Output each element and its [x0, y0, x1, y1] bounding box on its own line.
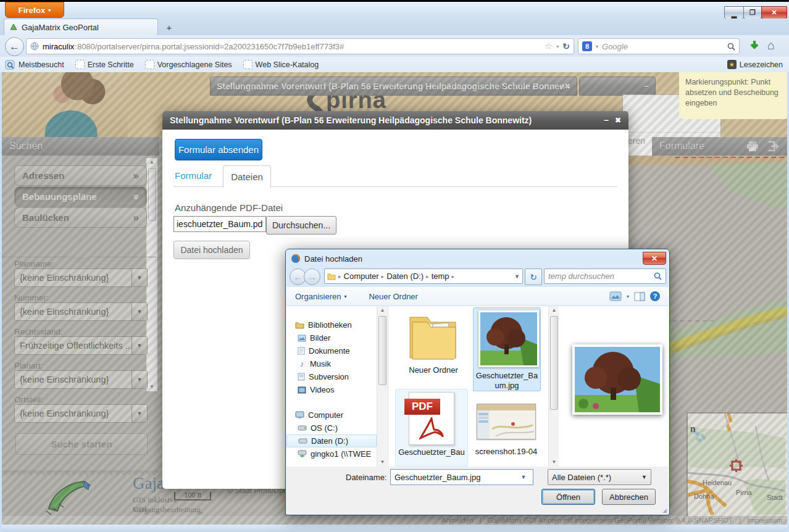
minimize-icon[interactable]: − — [643, 81, 649, 91]
url-bar[interactable]: miraculix:8080/portalserver/pirna.portal… — [26, 38, 574, 54]
tree-item-gingko1[interactable]: gingko1 (\\TWEE — [286, 447, 377, 460]
search-icon[interactable] — [727, 43, 735, 51]
scroll-down-icon[interactable]: ▼ — [147, 383, 157, 391]
dialog-search-box[interactable]: temp durchsuchen — [544, 268, 666, 284]
file-item-geschuetzter-baum-jpg[interactable]: Geschuetzter_Baum.jpg — [473, 307, 541, 391]
scrollbar-thumb[interactable] — [378, 316, 386, 385]
view-dropdown-icon[interactable]: ▾ — [627, 294, 629, 299]
tree-item-computer[interactable]: Computer — [286, 409, 377, 422]
close-icon[interactable]: ✖ — [564, 82, 570, 91]
url-dropdown-icon[interactable]: ▾ — [556, 44, 559, 49]
browser-tab-geoportal[interactable]: GajaMatrix GeoPortal — [4, 19, 158, 35]
dialog-titlebar[interactable]: Datei hochladen — [291, 252, 362, 265]
modal-titlebar[interactable]: Stellungnahme Vorentwurf (B-Plan 56 Erwe… — [162, 111, 628, 130]
bookmark-vorgeschlagene-sites[interactable]: Vorgeschlagene Sites — [145, 60, 232, 69]
downloads-icon[interactable] — [748, 39, 761, 52]
durchsuchen-button[interactable]: Durchsuchen... — [266, 216, 336, 235]
dateiname-combobox[interactable]: Geschuetzter_Baum.jpg ▼ — [390, 469, 533, 485]
abbrechen-button[interactable]: Abbrechen — [602, 489, 656, 505]
resize-grip-icon[interactable]: ◢ — [662, 507, 667, 513]
impressum-link[interactable]: Impressum — [747, 517, 782, 524]
neuer-ordner-button[interactable]: Neuer Ordner — [369, 292, 417, 301]
tree-item-subversion[interactable]: Subversion — [286, 370, 377, 383]
bookmark-meistbesucht[interactable]: Meistbesucht — [19, 60, 64, 69]
tree-item-videos[interactable]: Videos — [286, 383, 377, 396]
search-bar[interactable]: 8 ▾ Google — [578, 38, 740, 54]
minimized-panel-titlebar[interactable]: − — [579, 77, 656, 96]
back-button[interactable]: ← — [5, 37, 24, 56]
file-item-geschuetzter-bau-pdf[interactable]: PDF Geschuetzter_Bau — [395, 389, 468, 467]
dialog-close-button[interactable]: ✕ — [643, 252, 666, 265]
sidebar-item-bauluecken[interactable]: Baulücken » — [14, 207, 147, 228]
background-panel-titlebar[interactable]: Stellungnahme Vorentwurf (B-Plan 56 Erwe… — [210, 77, 577, 96]
logout-icon[interactable] — [767, 141, 780, 152]
change-view-icon[interactable] — [609, 291, 622, 301]
bookmark-label: Vorgeschlagene Sites — [157, 60, 232, 69]
tree-item-musik[interactable]: ♪ Musik — [286, 357, 377, 370]
breadcrumb-computer[interactable]: Computer — [344, 272, 379, 281]
minimize-icon[interactable]: − — [604, 115, 609, 125]
planart-select[interactable]: {keine Einschränkung} ▼ — [14, 370, 148, 389]
scroll-down-icon[interactable]: ▼ — [549, 458, 559, 467]
search-icon[interactable] — [654, 272, 662, 280]
ortsteil-select[interactable]: {keine Einschränkung} ▼ — [14, 404, 148, 423]
feed-icon[interactable] — [5, 60, 15, 70]
sidebar-scrollbar[interactable]: ▲ ▼ — [146, 158, 157, 391]
sidebar-item-label: Bebauungspläne — [22, 191, 97, 202]
breadcrumb-daten-d[interactable]: Daten (D:) — [386, 272, 424, 281]
planname-select[interactable]: {keine Einschränkung} ▼ — [14, 268, 148, 287]
reload-icon[interactable]: ↻ — [562, 41, 570, 51]
file-item-neuer-ordner[interactable]: Neuer Ordner — [399, 309, 468, 381]
print-icon[interactable] — [746, 141, 759, 152]
dialog-forward-button[interactable]: → — [304, 268, 320, 285]
formular-absenden-button[interactable]: Formular absenden — [175, 139, 262, 160]
rechtsstand-select[interactable]: Frühzeitige Öffentlichkeits ... ▼ — [14, 336, 148, 355]
scroll-down-icon[interactable]: ▼ — [377, 458, 388, 467]
home-icon[interactable]: ⌂ — [767, 38, 775, 52]
tree-item-bibliotheken[interactable]: Bibliotheken — [286, 318, 377, 331]
tab-dateien[interactable]: Dateien — [223, 165, 271, 188]
tree-item-daten-d[interactable]: Daten (D:) — [286, 434, 377, 447]
bookmark-web-slice-katalog[interactable]: Web Slice-Katalog — [243, 60, 319, 69]
scrollbar-thumb[interactable] — [550, 316, 558, 410]
nummer-select[interactable]: {keine Einschränkung} ▼ — [14, 302, 148, 321]
organisieren-menu[interactable]: Organisieren ▾ — [295, 292, 346, 301]
anmelden-link[interactable]: Anmelden — [441, 517, 474, 524]
scrollbar-thumb[interactable] — [148, 168, 156, 221]
bookmark-erste-schritte[interactable]: Erste Schritte — [75, 60, 134, 69]
sidebar-item-bebauungsplaene[interactable]: Bebauungspläne » — [14, 186, 147, 207]
scroll-up-icon[interactable]: ▲ — [147, 158, 157, 167]
filetype-select[interactable]: Alle Dateien (*.*) ▼ — [548, 469, 651, 485]
datei-hochladen-button[interactable]: Datei hochladen — [173, 241, 250, 259]
tree-item-os-c[interactable]: OS (C:) — [286, 422, 377, 434]
window-maximize-button[interactable]: ❒ — [743, 6, 762, 19]
window-minimize-button[interactable]: ▂ — [724, 6, 744, 19]
preview-pane-icon[interactable] — [634, 292, 645, 301]
help-icon[interactable]: ? — [650, 291, 660, 301]
breadcrumb-temp[interactable]: temp — [432, 272, 449, 281]
sidebar-item-adressen[interactable]: Adressen » — [14, 165, 147, 186]
suche-starten-button[interactable]: Suche starten — [15, 433, 148, 455]
new-tab-button[interactable]: + — [161, 20, 178, 35]
scroll-up-icon[interactable]: ▲ — [377, 306, 388, 315]
window-close-button[interactable]: ✕ — [761, 6, 787, 19]
search-engine-dropdown-icon[interactable]: ▾ — [596, 44, 598, 49]
address-breadcrumb[interactable]: ▸ Computer ▸ Daten (D:) ▸ temp ▸ ▼ — [324, 268, 523, 284]
videos-icon — [298, 386, 306, 394]
tree-scrollbar[interactable]: ▲ ▼ — [377, 306, 388, 467]
tree-item-bilder[interactable]: Bilder — [286, 331, 377, 344]
lesezeichen-menu[interactable]: ★ Lesezeichen — [727, 60, 783, 69]
file-item-screenshot[interactable]: screenshot.19-04 — [473, 404, 540, 465]
close-icon[interactable]: ✖ — [615, 116, 621, 125]
overview-minimap[interactable]: Heidenau Pirna Dohna Stadt n — [687, 412, 789, 518]
tab-formular[interactable]: Formular — [175, 170, 212, 181]
bookmark-star-icon[interactable]: ☆ — [545, 41, 553, 52]
tree-item-dokumente[interactable]: Dokumente — [286, 344, 377, 357]
firefox-menu-button[interactable]: Firefox ▾ — [5, 2, 64, 18]
scroll-up-icon[interactable]: ▲ — [549, 306, 559, 315]
oeffnen-button[interactable]: Öffnen — [541, 489, 595, 505]
pdf-file-input[interactable] — [173, 216, 266, 232]
breadcrumb-dropdown-icon[interactable]: ▼ — [514, 273, 520, 280]
select-arrow-icon: ▼ — [132, 337, 147, 354]
refresh-button[interactable]: ↻ — [525, 268, 542, 285]
